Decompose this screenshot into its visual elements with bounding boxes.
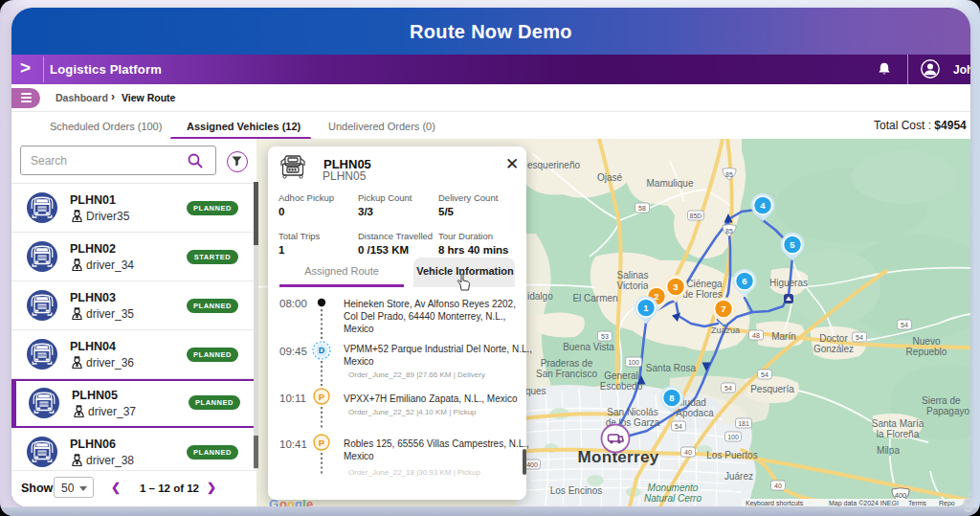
svg-text:Repo: Repo [939,500,955,506]
svg-text:Keyboard shortcuts: Keyboard shortcuts [746,500,804,506]
svg-text:Salinas: Salinas [617,270,649,280]
svg-text:Santa Rosa: Santa Rosa [646,363,697,373]
svg-text:Buena Vista: Buena Vista [563,342,614,352]
svg-text:Natural Cerro: Natural Cerro [644,493,702,504]
svg-text:54: 54 [856,334,863,341]
svg-text:48: 48 [752,332,760,339]
svg-text:Map data ©2024 INEGI: Map data ©2024 INEGI [829,500,899,506]
svg-text:González: González [813,344,854,354]
svg-text:Los Encinos: Los Encinos [550,485,602,496]
svg-text:181: 181 [738,420,749,427]
svg-text:58: 58 [638,205,646,212]
svg-text:40: 40 [684,449,692,456]
svg-text:40: 40 [774,482,782,489]
svg-text:8: 8 [669,393,674,403]
svg-text:Escobedo: Escobedo [600,381,643,392]
svg-text:Zuazua: Zuazua [711,325,740,335]
svg-text:54: 54 [675,423,682,430]
svg-text:Santa María: Santa María [872,418,924,429]
svg-text:Sierra de: Sierra de [922,395,961,406]
svg-text:4: 4 [760,200,766,211]
svg-text:Marín: Marín [771,331,796,342]
svg-text:1: 1 [643,303,649,313]
svg-text:Higueras: Higueras [769,278,808,288]
svg-text:la Floreña: la Floreña [877,429,920,439]
svg-text:54: 54 [761,371,768,378]
svg-text:Ciénega: Ciénega [686,279,723,289]
svg-text:General: General [604,370,638,381]
svg-text:esquerineño: esquerineño [527,160,580,170]
svg-text:Nuevo: Nuevo [913,336,941,347]
svg-text:5: 5 [790,239,795,250]
svg-text:San Nicolás: San Nicolás [607,407,657,417]
svg-text:85D: 85D [690,213,702,219]
svg-text:6: 6 [742,276,746,286]
svg-text:54: 54 [901,322,908,328]
svg-text:85: 85 [725,228,733,235]
svg-text:53: 53 [601,333,609,340]
svg-text:100: 100 [727,434,739,440]
svg-text:Victoria: Victoria [616,280,649,291]
svg-text:100: 100 [628,359,639,366]
svg-text:Juárez: Juárez [724,471,753,482]
svg-text:de Flores: de Flores [682,289,723,300]
svg-text:Ojasé: Ojasé [597,172,623,183]
svg-text:El Carmen: El Carmen [572,293,617,303]
svg-text:Terms: Terms [908,500,927,506]
svg-text:Praderas de: Praderas de [541,358,593,369]
svg-text:Monumento: Monumento [648,482,699,493]
svg-text:Mamulique: Mamulique [647,178,694,189]
svg-text:San Francisco: San Francisco [536,369,597,379]
svg-text:Papagayo: Papagayo [926,406,969,416]
svg-text:idalgo: idalgo [527,291,553,302]
svg-text:54: 54 [724,385,732,392]
svg-text:Pesquería: Pesquería [750,384,794,394]
svg-text:7: 7 [721,303,725,314]
svg-text:85: 85 [725,171,733,178]
svg-text:400: 400 [895,491,907,500]
svg-text:Repueblo: Repueblo [906,347,947,357]
svg-text:Los Puertos: Los Puertos [706,450,757,460]
svg-text:Milpa: Milpa [877,445,900,456]
svg-text:Doctor: Doctor [819,333,848,344]
svg-text:Apodaca: Apodaca [676,408,714,418]
svg-text:3: 3 [673,281,678,292]
